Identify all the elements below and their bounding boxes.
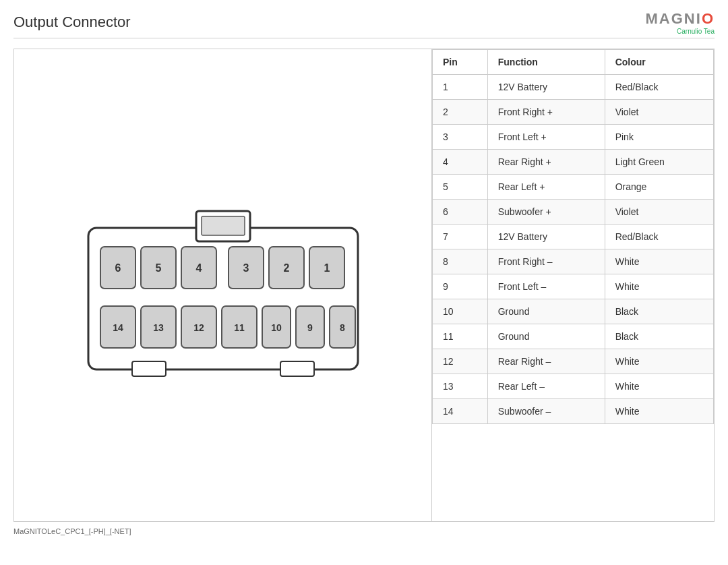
table-row: 8Front Right –White [433, 249, 714, 274]
table-row: 10GroundBlack [433, 299, 714, 324]
table-row: 4Rear Right +Light Green [433, 150, 714, 175]
pin-table: Pin Function Colour 112V BatteryRed/Blac… [432, 49, 714, 424]
cell-colour: Red/Black [605, 225, 713, 249]
cell-pin: 6 [433, 200, 488, 225]
cell-colour: Red/Black [605, 75, 713, 100]
svg-text:11: 11 [234, 322, 245, 333]
cell-pin: 11 [433, 324, 488, 349]
cell-colour: Black [605, 324, 713, 349]
cell-function: Rear Left + [487, 175, 605, 200]
col-header-function: Function [487, 50, 605, 75]
table-row: 3Front Left +Pink [433, 125, 714, 150]
cell-function: Ground [487, 324, 605, 349]
svg-text:13: 13 [153, 322, 164, 333]
table-row: 112V BatteryRed/Black [433, 75, 714, 100]
svg-text:1: 1 [324, 262, 330, 274]
svg-text:10: 10 [271, 322, 282, 333]
page-title: Output Connector [13, 13, 715, 31]
cell-colour: Violet [605, 200, 713, 225]
table-row: 6Subwoofer +Violet [433, 200, 714, 225]
logo-text: MAGNIO [646, 10, 715, 28]
cell-colour: Violet [605, 100, 713, 125]
svg-text:9: 9 [307, 322, 313, 333]
cell-pin: 8 [433, 249, 488, 274]
svg-text:6: 6 [115, 262, 121, 274]
svg-text:4: 4 [195, 262, 202, 274]
cell-colour: Light Green [605, 150, 713, 175]
col-header-colour: Colour [605, 50, 713, 75]
cell-colour: White [605, 349, 713, 374]
cell-pin: 7 [433, 225, 488, 249]
table-row: 5Rear Left +Orange [433, 175, 714, 200]
connector-diagram: 6 5 4 3 2 1 14 13 12 [61, 174, 385, 396]
svg-text:14: 14 [113, 322, 123, 333]
cell-pin: 1 [433, 75, 488, 100]
table-row: 9Front Left –White [433, 274, 714, 299]
svg-text:12: 12 [193, 322, 204, 333]
svg-rect-2 [202, 216, 245, 235]
logo-sub: Carnulio Tea [646, 28, 715, 35]
cell-function: Front Left + [487, 125, 605, 150]
cell-colour: White [605, 249, 713, 274]
svg-text:3: 3 [243, 262, 249, 274]
cell-pin: 9 [433, 274, 488, 299]
cell-function: Rear Left – [487, 374, 605, 399]
cell-colour: Orange [605, 175, 713, 200]
cell-function: 12V Battery [487, 75, 605, 100]
cell-pin: 10 [433, 299, 488, 324]
cell-function: Ground [487, 299, 605, 324]
svg-rect-4 [280, 361, 314, 376]
cell-colour: Pink [605, 125, 713, 150]
logo-area: MAGNIO Carnulio Tea [646, 10, 715, 35]
svg-rect-3 [132, 361, 166, 376]
cell-pin: 12 [433, 349, 488, 374]
cell-colour: White [605, 274, 713, 299]
cell-pin: 3 [433, 125, 488, 150]
cell-function: Rear Right – [487, 349, 605, 374]
cell-function: 12V Battery [487, 225, 605, 249]
svg-text:2: 2 [283, 262, 289, 274]
svg-text:5: 5 [155, 262, 161, 274]
cell-pin: 4 [433, 150, 488, 175]
table-row: 2Front Right +Violet [433, 100, 714, 125]
content-area: 6 5 4 3 2 1 14 13 12 [13, 49, 715, 522]
cell-colour: Black [605, 299, 713, 324]
cell-pin: 13 [433, 374, 488, 399]
cell-pin: 14 [433, 399, 488, 424]
cell-pin: 2 [433, 100, 488, 125]
page: MAGNIO Carnulio Tea Output Connector [0, 0, 728, 565]
cell-colour: White [605, 399, 713, 424]
cell-function: Rear Right + [487, 150, 605, 175]
col-header-pin: Pin [433, 50, 488, 75]
table-row: 11GroundBlack [433, 324, 714, 349]
cell-colour: White [605, 374, 713, 399]
svg-text:8: 8 [340, 322, 345, 333]
cell-function: Subwoofer – [487, 399, 605, 424]
cell-function: Front Right + [487, 100, 605, 125]
divider [13, 38, 715, 38]
cell-function: Front Right – [487, 249, 605, 274]
table-area: Pin Function Colour 112V BatteryRed/Blac… [432, 49, 714, 521]
cell-function: Subwoofer + [487, 200, 605, 225]
table-row: 12Rear Right –White [433, 349, 714, 374]
table-row: 13Rear Left –White [433, 374, 714, 399]
table-row: 14Subwoofer –White [433, 399, 714, 424]
cell-function: Front Left – [487, 274, 605, 299]
table-row: 712V BatteryRed/Black [433, 225, 714, 249]
footer-text: MaGNITOLeC_CPC1_[-PH]_[-NET] [13, 527, 715, 535]
cell-pin: 5 [433, 175, 488, 200]
diagram-area: 6 5 4 3 2 1 14 13 12 [14, 49, 432, 521]
